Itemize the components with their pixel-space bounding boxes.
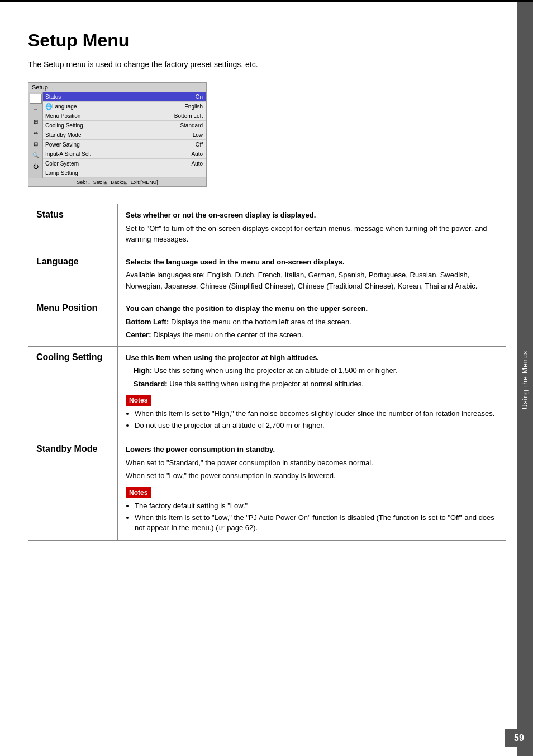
list-item: Do not use the projector at an altitude … — [135, 420, 498, 431]
side-tab-label: Using the Menus — [521, 351, 529, 409]
row-desc-status: Sets whether or not the on-screen displa… — [118, 204, 506, 251]
row-label-standby-mode: Standby Mode — [28, 438, 118, 541]
row-label-cooling-setting: Cooling Setting — [28, 346, 118, 438]
menu-icon-power: ⏻ — [30, 161, 42, 171]
page-number: 59 — [505, 729, 533, 747]
row-desc-language: Selects the language used in the menu an… — [118, 251, 506, 297]
row-label-language: Language — [28, 251, 118, 297]
table-row-standby-mode: Standby Mode Lowers the power consumptio… — [28, 438, 506, 541]
menu-icons: □ □ ⊞ ⇔ ⊟ 🔍 ⏻ — [28, 92, 43, 178]
row-label-status: Status — [28, 204, 118, 251]
menu-footer: Sel:↑↓ Set: ⊞ Back:⊡ Exit:[MENU] — [28, 178, 206, 186]
notes-badge-cooling: Notes — [126, 395, 151, 406]
main-content: Setup Menu The Setup menu is used to cha… — [0, 2, 517, 756]
content-table: Status Sets whether or not the on-screen… — [28, 204, 506, 541]
menu-row: Standby Mode Low — [43, 130, 206, 140]
menu-row: Color System Auto — [43, 159, 206, 168]
menu-row: 🌐Language English — [43, 102, 206, 111]
menu-row: Cooling Setting Standard — [43, 121, 206, 130]
list-item: The factory default setting is "Low." — [135, 501, 498, 511]
cooling-bullets: When this item is set to "High," the fan… — [126, 409, 498, 431]
menu-rows: Status On 🌐Language English Menu Positio… — [43, 92, 206, 178]
notes-badge-standby: Notes — [126, 487, 151, 498]
page-title: Setup Menu — [28, 30, 506, 51]
row-desc-cooling-setting: Use this item when using the projector a… — [118, 346, 506, 438]
menu-row: Lamp Setting — [43, 168, 206, 178]
row-label-menu-position: Menu Position — [28, 297, 118, 347]
menu-row: Input-A Signal Sel. Auto — [43, 149, 206, 159]
side-tab: Using the Menus — [517, 2, 533, 756]
menu-icon-grid: ⊞ — [30, 116, 42, 126]
menu-title-bar: Setup — [28, 83, 206, 92]
menu-row: Menu Position Bottom Left — [43, 111, 206, 121]
standby-bullets: The factory default setting is "Low." Wh… — [126, 501, 498, 533]
menu-row: Status On — [43, 92, 206, 102]
menu-screenshot: Setup □ □ ⊞ ⇔ ⊟ 🔍 ⏻ Status On — [28, 82, 207, 187]
table-row-language: Language Selects the language used in th… — [28, 251, 506, 297]
intro-text: The Setup menu is used to change the fac… — [28, 60, 506, 69]
menu-body: □ □ ⊞ ⇔ ⊟ 🔍 ⏻ Status On 🌐Language Engli — [28, 92, 206, 178]
menu-icon-lang: □ — [30, 105, 42, 115]
menu-icon-status: □ — [30, 94, 42, 104]
menu-icon-table: ⊟ — [30, 139, 42, 149]
menu-icon-input: ⇔ — [30, 127, 42, 138]
table-row-status: Status Sets whether or not the on-screen… — [28, 204, 506, 251]
menu-icon-search: 🔍 — [30, 150, 42, 160]
row-desc-standby-mode: Lowers the power consumption in standby.… — [118, 438, 506, 541]
menu-row: Power Saving Off — [43, 140, 206, 149]
table-row-menu-position: Menu Position You can change the positio… — [28, 297, 506, 347]
row-desc-menu-position: You can change the position to display t… — [118, 297, 506, 347]
list-item: When this item is set to "High," the fan… — [135, 409, 498, 419]
list-item: When this item is set to "Low," the "PJ … — [135, 513, 498, 533]
table-row-cooling-setting: Cooling Setting Use this item when using… — [28, 346, 506, 438]
